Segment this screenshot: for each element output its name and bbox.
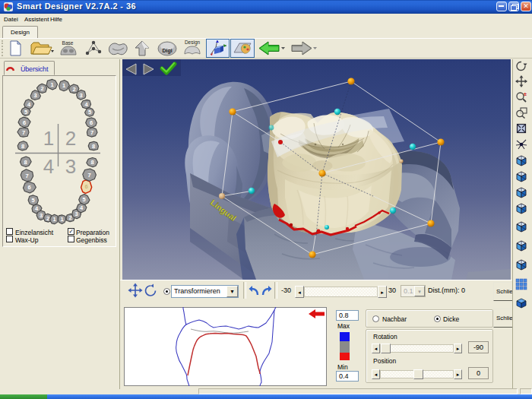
svg-text:6: 6 (84, 183, 87, 190)
svg-text:3: 3 (65, 155, 76, 178)
svg-text:3: 3 (74, 211, 78, 217)
svg-text:1: 1 (50, 81, 53, 88)
svg-text:4: 4 (43, 155, 54, 178)
svg-text:3: 3 (33, 92, 36, 99)
svg-text:Digi: Digi (162, 48, 172, 54)
svg-text:8: 8 (92, 143, 95, 150)
svg-text:7: 7 (87, 172, 90, 179)
svg-text:7: 7 (22, 129, 25, 136)
svg-text:6: 6 (27, 184, 30, 191)
svg-text:8: 8 (24, 159, 27, 166)
svg-text:5: 5 (24, 109, 27, 116)
svg-text:2: 2 (65, 127, 76, 150)
svg-text:6: 6 (23, 119, 26, 126)
svg-text:1: 1 (52, 216, 55, 223)
svg-text:5: 5 (31, 197, 34, 204)
svg-text:1: 1 (43, 127, 54, 150)
svg-text:±: ± (524, 91, 527, 97)
svg-text:6: 6 (90, 119, 93, 126)
svg-text:8: 8 (21, 143, 24, 150)
svg-text:3: 3 (40, 212, 43, 219)
svg-text:2: 2 (40, 85, 43, 92)
svg-text:5: 5 (82, 196, 85, 203)
svg-text:2: 2 (68, 214, 71, 221)
svg-text:5: 5 (88, 109, 91, 116)
svg-text:2: 2 (72, 86, 75, 93)
svg-text:Base: Base (62, 40, 74, 46)
svg-text:1: 1 (62, 82, 65, 89)
svg-text:3: 3 (79, 92, 82, 99)
svg-text:2: 2 (46, 215, 49, 222)
svg-text:8: 8 (90, 159, 93, 166)
svg-text:7: 7 (25, 173, 28, 179)
svg-text:1: 1 (60, 216, 63, 223)
svg-text:Design: Design (185, 40, 201, 46)
svg-text:7: 7 (90, 129, 93, 136)
